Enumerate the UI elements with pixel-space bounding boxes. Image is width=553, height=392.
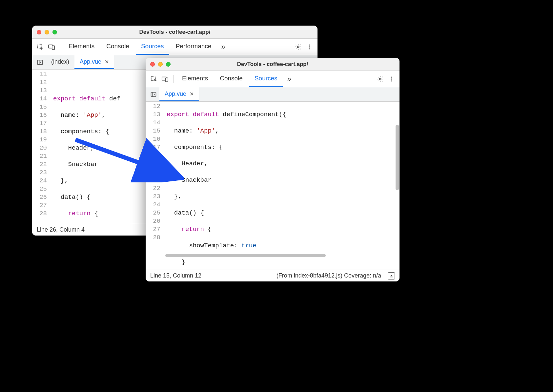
divider	[173, 75, 174, 83]
bottom-drawer-icon[interactable]	[388, 272, 395, 279]
titlebar: DevTools - coffee-cart.app/	[32, 26, 317, 39]
tab-sources[interactable]: Sources	[136, 39, 169, 55]
code-content[interactable]: export default defineComponent({ name: '…	[164, 102, 399, 270]
svg-rect-16	[151, 92, 156, 96]
tab-elements[interactable]: Elements	[177, 71, 213, 87]
tab-performance[interactable]: Performance	[171, 39, 217, 55]
file-tab-appvue[interactable]: App.vue ✕	[159, 87, 199, 101]
file-tab-appvue[interactable]: App.vue ✕	[74, 55, 114, 69]
svg-point-5	[309, 46, 310, 47]
svg-point-6	[309, 48, 310, 49]
close-window-button[interactable]	[150, 62, 155, 67]
inspect-icon[interactable]	[35, 42, 45, 52]
file-tab-index[interactable]: (index)	[46, 55, 74, 69]
gear-icon[interactable]	[375, 74, 385, 84]
svg-point-14	[391, 78, 392, 79]
minimize-window-button[interactable]	[45, 30, 49, 34]
svg-point-12	[379, 78, 381, 80]
source-from: (From index-8bfa4912.js) Coverage: n/a	[276, 272, 381, 279]
cursor-position: Line 26, Column 4	[37, 226, 85, 233]
gear-icon[interactable]	[293, 42, 303, 52]
window-title: DevTools - coffee-cart.app/	[37, 29, 312, 35]
window-title: DevTools - coffee-cart.app/	[151, 61, 394, 68]
kebab-icon[interactable]	[304, 42, 314, 52]
titlebar: DevTools - coffee-cart.app/	[146, 58, 399, 71]
file-tab-label: App.vue	[80, 58, 101, 65]
svg-point-13	[391, 76, 392, 77]
file-tab-label: (index)	[51, 58, 69, 65]
svg-point-15	[391, 80, 392, 81]
maximize-window-button[interactable]	[52, 30, 57, 34]
code-editor[interactable]: 12 13 14 15 16 17 18 19 20 21 22 23 24 2…	[146, 102, 399, 270]
file-tab-label: App.vue	[165, 91, 186, 97]
horizontal-scrollbar[interactable]	[165, 254, 394, 257]
minimize-window-button[interactable]	[158, 62, 163, 67]
more-tabs-icon[interactable]: »	[284, 75, 295, 83]
line-gutter: 12 13 14 15 16 17 18 19 20 21 22 23 24 2…	[146, 102, 164, 270]
traffic-lights	[37, 30, 57, 34]
show-navigator-icon[interactable]	[34, 55, 46, 69]
close-icon[interactable]: ✕	[190, 91, 194, 97]
vertical-scrollbar[interactable]	[396, 115, 399, 257]
line-gutter: 111213141516171819202122232425262728	[32, 70, 51, 224]
device-toggle-icon[interactable]	[160, 74, 170, 84]
panel-tabs: Elements Console Sources »	[146, 71, 399, 87]
svg-point-3	[297, 46, 299, 48]
svg-rect-11	[166, 78, 168, 82]
source-map-link[interactable]: index-8bfa4912.js	[294, 272, 340, 279]
close-window-button[interactable]	[37, 30, 41, 34]
tab-elements[interactable]: Elements	[63, 39, 100, 55]
divider	[60, 43, 60, 51]
svg-rect-2	[52, 46, 54, 50]
cursor-position: Line 15, Column 12	[150, 272, 201, 279]
tab-sources[interactable]: Sources	[249, 71, 283, 87]
file-tabs: App.vue ✕	[146, 87, 399, 102]
traffic-lights	[150, 62, 171, 67]
devtools-window-front: DevTools - coffee-cart.app/ Elements Con…	[146, 58, 399, 281]
device-toggle-icon[interactable]	[47, 42, 56, 52]
panel-tabs: Elements Console Sources Performance »	[32, 39, 317, 55]
inspect-icon[interactable]	[149, 74, 159, 84]
status-bar: Line 15, Column 12 (From index-8bfa4912.…	[146, 270, 399, 281]
svg-rect-7	[38, 60, 43, 64]
show-navigator-icon[interactable]	[148, 87, 159, 101]
close-icon[interactable]: ✕	[105, 59, 109, 65]
maximize-window-button[interactable]	[166, 62, 171, 67]
kebab-icon[interactable]	[386, 74, 396, 84]
more-tabs-icon[interactable]: »	[218, 43, 228, 51]
svg-point-4	[309, 44, 310, 45]
tab-console[interactable]: Console	[101, 39, 134, 55]
tab-console[interactable]: Console	[215, 71, 248, 87]
